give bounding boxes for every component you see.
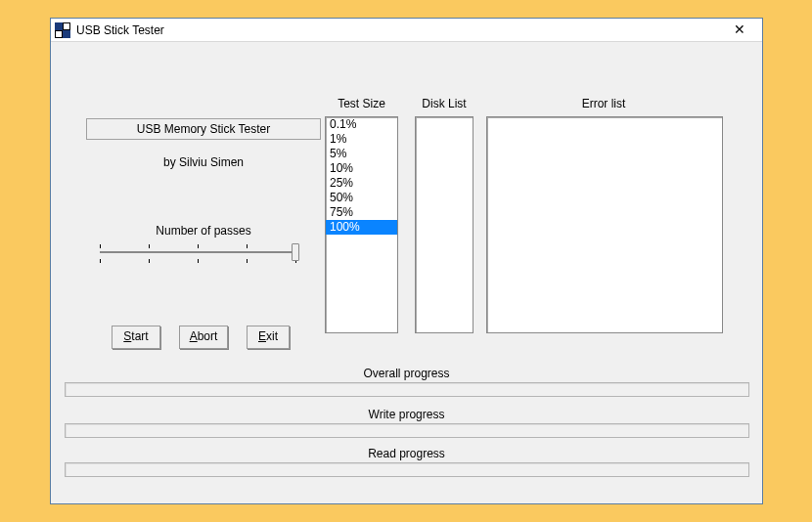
abort-button[interactable]: Abort	[179, 326, 228, 349]
test-size-listbox[interactable]: 0.1%1%5%10%25%50%75%100%	[325, 116, 398, 333]
test-size-item[interactable]: 0.1%	[326, 117, 397, 132]
test-size-item[interactable]: 25%	[326, 176, 397, 191]
slider-thumb[interactable]	[292, 243, 299, 261]
disk-list-label: Disk List	[415, 97, 474, 110]
passes-label: Number of passes	[86, 224, 321, 238]
start-button[interactable]: Start	[112, 326, 160, 349]
test-size-item[interactable]: 10%	[326, 161, 397, 176]
banner: USB Memory Stick Tester	[86, 118, 321, 140]
test-size-item[interactable]: 1%	[326, 132, 397, 147]
close-icon[interactable]: ✕	[723, 21, 756, 40]
error-list-label: Error list	[486, 97, 721, 110]
test-size-item[interactable]: 75%	[326, 205, 397, 220]
slider-track	[100, 251, 295, 253]
test-size-item[interactable]: 50%	[326, 191, 397, 205]
test-size-item[interactable]: 100%	[326, 220, 397, 235]
exit-label-rest: xit	[266, 329, 278, 343]
test-size-label: Test Size	[325, 97, 398, 110]
write-progress-label: Write progress	[51, 408, 762, 421]
read-progress-bar	[65, 462, 749, 477]
app-window: USB Stick Tester ✕ USB Memory Stick Test…	[50, 18, 763, 504]
overall-progress-bar	[65, 382, 749, 397]
test-size-item[interactable]: 5%	[326, 147, 397, 161]
disk-list-listbox[interactable]	[415, 116, 474, 333]
app-icon	[55, 22, 70, 38]
banner-text: USB Memory Stick Tester	[137, 122, 270, 136]
exit-button[interactable]: Exit	[247, 326, 290, 349]
overall-progress-label: Overall progress	[51, 367, 762, 380]
byline: by Silviu Simen	[86, 155, 321, 169]
write-progress-bar	[65, 423, 749, 438]
passes-slider[interactable]	[100, 238, 307, 273]
client-area: USB Memory Stick Tester by Silviu Simen …	[51, 42, 762, 503]
abort-label-rest: bort	[198, 329, 218, 343]
titlebar: USB Stick Tester ✕	[51, 19, 762, 42]
read-progress-label: Read progress	[51, 447, 762, 460]
error-list-listbox[interactable]	[486, 116, 723, 333]
window-title: USB Stick Tester	[76, 23, 723, 37]
start-label-rest: tart	[131, 329, 148, 343]
